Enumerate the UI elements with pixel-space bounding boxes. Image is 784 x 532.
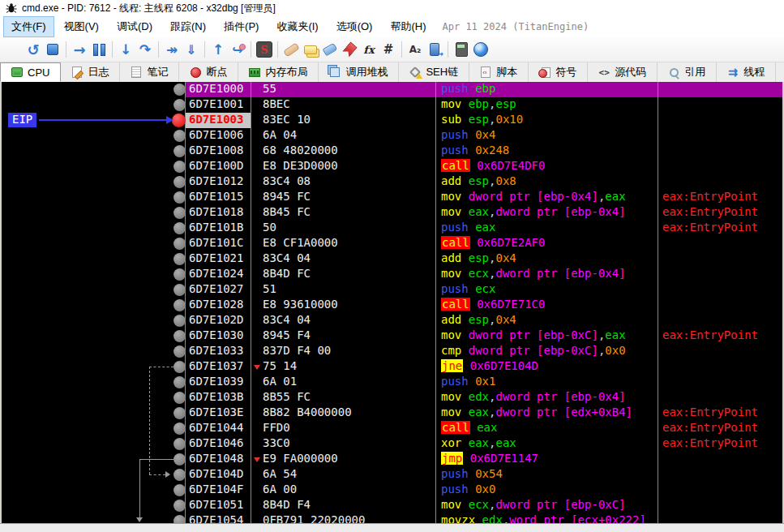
address-cell[interactable]: 6D7E103B: [185, 390, 251, 405]
bytes-cell[interactable]: 83C4 04: [251, 313, 436, 328]
breakpoint-dot[interactable]: [174, 238, 186, 250]
bytes-cell[interactable]: 8B45 FC: [251, 205, 436, 221]
disasm-row[interactable]: 6D7E1028E8 93610000call 0x6D7E71C0: [2, 298, 782, 313]
bytes-cell[interactable]: 8BEC: [251, 97, 436, 113]
comment-cell[interactable]: [658, 359, 782, 375]
stop-button[interactable]: [43, 40, 62, 59]
address-cell[interactable]: 6D7E104F: [185, 483, 251, 498]
address-cell[interactable]: 6D7E1046: [185, 436, 251, 452]
address-cell[interactable]: 6D7E1033: [185, 344, 251, 359]
bytes-cell[interactable]: 55: [251, 82, 436, 97]
comment-cell[interactable]: eax:EntryPoint: [658, 190, 782, 205]
restart-button[interactable]: [24, 40, 43, 59]
address-cell[interactable]: 6D7E1027: [185, 282, 251, 298]
instruction-cell[interactable]: push 0x248: [436, 144, 658, 159]
comment-cell[interactable]: [658, 313, 782, 328]
bytes-cell[interactable]: 0FB791 22020000: [251, 513, 436, 523]
instruction-cell[interactable]: jne 0x6D7E104D: [436, 359, 658, 375]
bookmark-button[interactable]: [340, 40, 359, 59]
tab-notes[interactable]: 笔记: [120, 62, 179, 82]
disasm-row[interactable]: 6D7E104633C0xor eax,eaxeax:EntryPoint: [2, 436, 782, 452]
comment-cell[interactable]: [658, 82, 782, 97]
breakpoint-dot[interactable]: [174, 438, 186, 450]
disasm-row[interactable]: 6D7E10396A 01push 0x1: [2, 375, 782, 390]
disasm-row[interactable]: 6D7E100868 48020000push 0x248: [2, 144, 782, 159]
disasm-row[interactable]: 6D7E103B8B55 FCmov edx,dword ptr [ebp-0x…: [2, 390, 782, 405]
address-cell[interactable]: 6D7E1001: [185, 97, 251, 113]
disasm-row[interactable]: 6D7E1044FFD0call eaxeax:EntryPoint: [2, 421, 782, 436]
instruction-cell[interactable]: mov dword ptr [ebp-0x4],eax: [436, 190, 658, 205]
disassembly-panel[interactable]: 6D7E100055push ebp6D7E10018BECmov ebp,es…: [0, 82, 784, 523]
disasm-row[interactable]: 6D7E102D83C4 04add esp,0x4: [2, 313, 782, 328]
comment-cell[interactable]: [658, 159, 782, 174]
disasm-row[interactable]: 6D7E103E8B82 B4000000mov eax,dword ptr […: [2, 405, 782, 421]
address-cell[interactable]: 6D7E104D: [185, 467, 251, 483]
address-cell[interactable]: 6D7E1037: [185, 359, 251, 375]
bytes-cell[interactable]: 83EC 10: [251, 113, 436, 128]
scylla-button[interactable]: [255, 40, 274, 59]
menu-options[interactable]: 选项(O): [328, 16, 381, 37]
breakpoint-dot[interactable]: [174, 345, 186, 358]
comment-cell[interactable]: [658, 298, 782, 313]
comment-cell[interactable]: eax:EntryPoint: [658, 205, 782, 221]
tab-symbols[interactable]: 符号: [529, 62, 588, 82]
instruction-cell[interactable]: movzx edx,word ptr [ecx+0x222]: [436, 513, 658, 523]
breakpoint-dot[interactable]: [174, 130, 186, 142]
address-cell[interactable]: 6D7E1003: [185, 113, 251, 128]
instruction-cell[interactable]: push 0x54: [436, 467, 658, 483]
tab-threads[interactable]: 线程: [717, 62, 776, 82]
instruction-cell[interactable]: mov edx,dword ptr [ebp-0x4]: [436, 390, 658, 405]
address-cell[interactable]: 6D7E1021: [185, 251, 251, 267]
address-cell[interactable]: 6D7E1008: [185, 144, 251, 159]
pause-button[interactable]: [89, 40, 109, 59]
instruction-cell[interactable]: xor eax,eax: [436, 436, 658, 452]
address-cell[interactable]: 6D7E1051: [185, 498, 251, 513]
menu-favourites[interactable]: 收藏夹(I): [268, 16, 326, 37]
disasm-row[interactable]: 6D7E1033837D F4 00cmp dword ptr [ebp-0xC…: [2, 344, 782, 359]
breakpoint-dot[interactable]: [174, 299, 186, 311]
open-file-button[interactable]: [4, 40, 24, 59]
breakpoint-dot[interactable]: [174, 145, 186, 157]
eip-breakpoint-dot[interactable]: [172, 114, 186, 127]
tab-callstack[interactable]: 调用堆栈: [319, 62, 399, 82]
address-cell[interactable]: 6D7E1006: [185, 128, 251, 144]
bytes-cell[interactable]: 51: [251, 282, 436, 298]
breakpoint-dot[interactable]: [174, 253, 186, 265]
breakpoint-dot[interactable]: [174, 469, 186, 481]
address-cell[interactable]: 6D7E1039: [185, 375, 251, 390]
bytes-cell[interactable]: 75 14: [251, 359, 436, 375]
assemble-button[interactable]: [405, 40, 425, 59]
bytes-cell[interactable]: 50: [251, 221, 436, 236]
instruction-cell[interactable]: mov ecx,dword ptr [ebp-0xC]: [436, 498, 658, 513]
bytes-cell[interactable]: 83C4 08: [251, 174, 436, 190]
step-into-button[interactable]: [116, 40, 135, 59]
instruction-cell[interactable]: mov eax,dword ptr [ebp-0x4]: [436, 205, 658, 221]
menu-help[interactable]: 帮助(H): [382, 16, 434, 37]
breakpoint-dot[interactable]: [174, 207, 186, 219]
disasm-row[interactable]: 6D7E10158945 FCmov dword ptr [ebp-0x4],e…: [2, 190, 782, 205]
bytes-cell[interactable]: E8 93610000: [251, 298, 436, 313]
disasm-row[interactable]: 6D7E10018BECmov ebp,esp: [2, 97, 782, 113]
address-cell[interactable]: 6D7E1015: [185, 190, 251, 205]
bytes-cell[interactable]: 8B82 B4000000: [251, 405, 436, 421]
bytes-cell[interactable]: 6A 54: [251, 467, 436, 483]
disasm-row[interactable]: 6D7E100383EC 10sub esp,0x10: [2, 113, 782, 128]
comment-cell[interactable]: [658, 282, 782, 298]
menu-trace[interactable]: 跟踪(N): [162, 16, 214, 37]
breakpoint-dot[interactable]: [174, 284, 186, 296]
comment-button[interactable]: [301, 40, 320, 59]
instruction-cell[interactable]: push ecx: [436, 282, 658, 298]
disasm-row[interactable]: 6D7E103775 14jne 0x6D7E104D: [2, 359, 782, 375]
breakpoint-dot[interactable]: [174, 484, 186, 496]
disasm-row[interactable]: 6D7E10518B4D F4mov ecx,dword ptr [ebp-0x…: [2, 498, 782, 513]
breakpoint-dot[interactable]: [174, 99, 186, 111]
comment-cell[interactable]: [658, 452, 782, 467]
disasm-row[interactable]: 6D7E10188B45 FCmov eax,dword ptr [ebp-0x…: [2, 205, 782, 221]
comment-cell[interactable]: [658, 113, 782, 128]
comment-cell[interactable]: eax:EntryPoint: [658, 221, 782, 236]
instruction-cell[interactable]: mov eax,dword ptr [edx+0xB4]: [436, 405, 658, 421]
globe-button[interactable]: [471, 40, 491, 59]
patch-button[interactable]: [281, 40, 301, 59]
comment-cell[interactable]: eax:EntryPoint: [658, 405, 782, 421]
disasm-row[interactable]: 6D7E100DE8 DE3D0000call 0x6D7E4DF0: [2, 159, 782, 174]
